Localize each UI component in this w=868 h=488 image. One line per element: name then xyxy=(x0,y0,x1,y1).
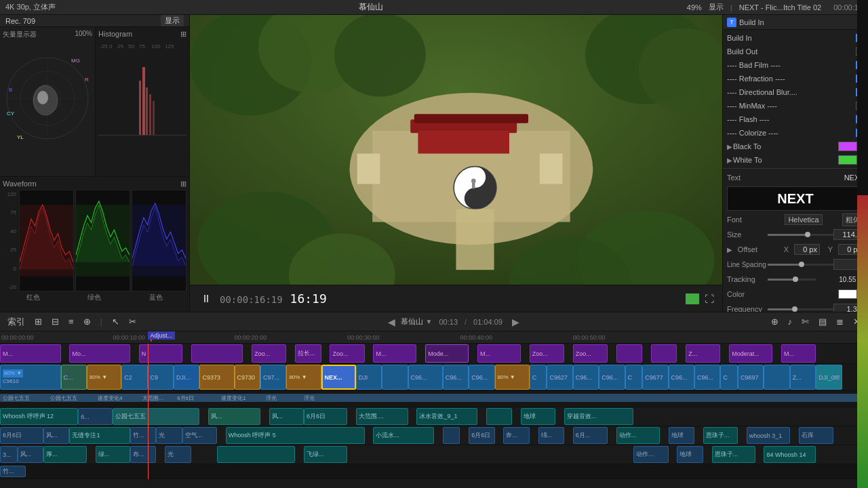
vid-c9373[interactable]: C9373 xyxy=(199,365,234,390)
audio-konqi[interactable]: 空气... xyxy=(182,427,217,444)
vid-c96g[interactable]: C96... xyxy=(694,365,720,390)
audio-feilv[interactable]: 飞绿... xyxy=(304,446,347,463)
clip-mod2[interactable]: Moderat... xyxy=(729,344,772,363)
audio-diqiu2[interactable]: 地球 xyxy=(669,427,694,444)
audio-xiaoliu[interactable]: 小流水... xyxy=(373,427,434,444)
audio-6yue4[interactable]: 6月... xyxy=(573,427,608,444)
text-value[interactable]: NEXT xyxy=(768,174,864,182)
vid-c2[interactable]: C2 xyxy=(121,365,147,390)
audio-84whoosh[interactable]: 84 Whoosh 14 xyxy=(764,446,816,463)
vid-c9610[interactable]: 80% ▼ C9610 xyxy=(0,365,61,390)
size-slider[interactable] xyxy=(768,228,833,241)
toolbar-btn-3[interactable]: ≡ xyxy=(66,315,76,328)
audio-mian[interactable]: 绵... xyxy=(538,427,564,444)
audio-feng[interactable]: 风... xyxy=(208,408,260,425)
audio-whoosh3[interactable]: whoosh 3_1 xyxy=(747,427,790,444)
fullscreen-btn[interactable]: ⛶ xyxy=(705,293,714,304)
audio-feng3[interactable]: 风... xyxy=(18,446,43,463)
audio-gongyuan[interactable]: 公园七五五 xyxy=(113,408,199,425)
toolbar-btn-2[interactable]: ⊟ xyxy=(50,315,61,328)
audio-bu[interactable]: 布... xyxy=(130,446,156,463)
audio-bingxue[interactable]: 冰水音效_9_1 xyxy=(416,408,477,425)
black-to-color[interactable] xyxy=(838,142,857,151)
color-swatch-white[interactable] xyxy=(838,289,857,299)
audio-dongzuo2[interactable]: 动作... xyxy=(633,446,668,463)
vid-c96c[interactable]: C96... xyxy=(469,365,494,390)
vid-c96[interactable]: C96... xyxy=(408,365,443,390)
vid-c9730[interactable]: C9730 xyxy=(235,365,260,390)
vid-c97-2[interactable]: 80% ▼ xyxy=(286,365,321,390)
toolbar-magnet[interactable]: ⊕ xyxy=(769,315,781,328)
audio-empty2[interactable] xyxy=(443,427,460,444)
effect-build-in[interactable]: Build In ✓ xyxy=(723,31,868,45)
audio-wuxian[interactable]: 无缝专注1 xyxy=(69,427,130,444)
audio-zhu[interactable]: 竹... xyxy=(130,427,156,444)
vid-dji3[interactable]: DJI_0856 xyxy=(816,365,842,390)
vid-c3[interactable]: C9 xyxy=(148,365,174,390)
vid-orange2[interactable]: 80% ▼ xyxy=(495,365,530,390)
next-arrow[interactable]: ▶ xyxy=(509,317,522,327)
clip-zoo1[interactable]: Zoo... xyxy=(252,344,286,363)
effect-minmax[interactable]: ---- MinMax ---- xyxy=(723,99,868,113)
small-clip[interactable]: 竹... xyxy=(0,466,26,477)
toolbar-select[interactable]: ↖ xyxy=(110,315,121,328)
toolbar-audio[interactable]: ♪ xyxy=(786,315,795,328)
vid-dji2[interactable]: DJI xyxy=(356,365,382,390)
vid-c96b[interactable]: C96... xyxy=(443,365,469,390)
vid-empty3[interactable] xyxy=(382,365,408,390)
pause-btn[interactable]: ⏸ xyxy=(198,291,214,306)
vid-orange1[interactable]: 80% ▼ xyxy=(87,365,121,390)
project-dropdown[interactable]: ▼ xyxy=(426,318,433,325)
histogram-expand[interactable]: ⊞ xyxy=(180,30,186,39)
toolbar-btn-1[interactable]: ⊞ xyxy=(33,315,44,328)
audio-6yue3[interactable]: 6月6日 xyxy=(469,427,494,444)
audio-feng2[interactable]: 风... xyxy=(43,427,69,444)
clip-n[interactable]: N xyxy=(139,344,182,363)
effect-directional-blur[interactable]: ---- Directional Blur.... ✓ xyxy=(723,85,868,99)
effect-refraction[interactable]: ---- Refraction ---- ✓ xyxy=(723,72,868,85)
audio-guang[interactable]: 光 xyxy=(156,427,182,444)
audio-hou[interactable]: 厚... xyxy=(43,446,87,463)
vid-c96d[interactable]: C96... xyxy=(573,365,599,390)
vid-c2b[interactable]: C xyxy=(530,365,547,390)
audio-dongzuo[interactable]: 动作... xyxy=(616,427,660,444)
clip-empty[interactable] xyxy=(616,344,642,363)
vid-c97[interactable]: C97... xyxy=(260,365,286,390)
clip-zoo3[interactable]: Zoo... xyxy=(530,344,564,363)
clip-cz[interactable]: 拉长... xyxy=(295,344,321,363)
audio-3[interactable]: 3... xyxy=(0,446,18,463)
audio-shiku[interactable]: 石库 xyxy=(799,427,833,444)
toolbar-btn-4[interactable]: ⊕ xyxy=(81,315,93,328)
audio-enzhu[interactable]: 恩珠子... xyxy=(703,427,738,444)
vid-empty4[interactable] xyxy=(764,365,789,390)
clip-m1[interactable]: M... xyxy=(0,344,61,363)
vid-c1[interactable]: C... xyxy=(61,365,87,390)
audio-6yue2[interactable]: 6月6日 xyxy=(0,427,43,444)
vid-c2d[interactable]: C xyxy=(720,365,738,390)
clip-empty2[interactable] xyxy=(651,344,677,363)
frequency-slider[interactable] xyxy=(768,303,833,312)
audio-dafan[interactable]: 大范围.... xyxy=(356,408,408,425)
toolbar-layout[interactable]: ▤ xyxy=(816,315,829,328)
audio-chuan[interactable]: 穿越音效... xyxy=(564,408,633,425)
text-preview[interactable]: NEXT xyxy=(727,186,864,211)
effect-bad-film[interactable]: ---- Bad Film ---- ✓ xyxy=(723,58,868,72)
audio-guang2[interactable]: 光 xyxy=(165,446,191,463)
audio-6[interactable]: 6... xyxy=(78,408,113,425)
clip-m4[interactable]: M... xyxy=(781,344,816,363)
toolbar-razor[interactable]: ✂ xyxy=(127,315,138,328)
effect-flash[interactable]: ---- Flash ---- ✓ xyxy=(723,113,868,126)
audio-whoosh1[interactable]: Whoosh 呼呼声 12 xyxy=(0,408,78,425)
clip-m2[interactable]: M... xyxy=(373,344,416,363)
audio-diqiu[interactable]: 地球 xyxy=(521,408,555,425)
clip-z1[interactable]: Z... xyxy=(686,344,720,363)
audio-diqiu3[interactable]: 地球 xyxy=(677,446,703,463)
effect-build-out[interactable]: Build Out xyxy=(723,45,868,58)
audio-6yue[interactable]: 6月6日 xyxy=(304,408,347,425)
vid-c96f[interactable]: C96... xyxy=(669,365,694,390)
tracking-slider[interactable] xyxy=(768,273,816,285)
vid-c96e[interactable]: C96... xyxy=(599,365,625,390)
vid-c9697[interactable]: C9697 xyxy=(738,365,764,390)
effect-colorize[interactable]: ---- Colorize ---- ✓ xyxy=(723,126,868,140)
audio-empty3[interactable] xyxy=(217,446,295,463)
